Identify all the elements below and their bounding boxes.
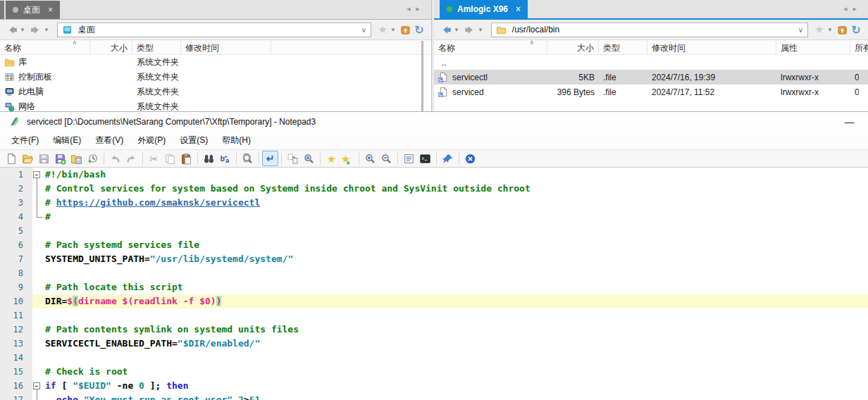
find-icon[interactable] bbox=[201, 151, 217, 166]
tab-scroll-arrows[interactable]: ◂▸ bbox=[843, 4, 862, 13]
editor-line-11[interactable]: 11 bbox=[0, 308, 868, 323]
refresh-icon[interactable]: ↻ bbox=[412, 23, 426, 37]
line-number: 9 bbox=[0, 280, 32, 294]
file-row-库[interactable]: 库系统文件夹 bbox=[0, 55, 431, 70]
editor-line-8[interactable]: 8 bbox=[0, 266, 868, 280]
column-header-name[interactable]: 名称∧ bbox=[0, 40, 90, 54]
menu-item[interactable]: 外观(P) bbox=[130, 132, 173, 149]
file-modified: 2024/7/16, 19:39 bbox=[647, 73, 776, 82]
word-wrap-icon[interactable]: ↵ bbox=[262, 151, 278, 166]
editor-line-12[interactable]: 12# Path contents symlink on systemd uni… bbox=[0, 323, 868, 337]
favorites-star-icon[interactable]: ★ bbox=[376, 23, 390, 36]
code-text: # https://github.com/smaknsk/servicectl bbox=[44, 196, 868, 210]
save-copy-icon[interactable] bbox=[68, 151, 85, 166]
column-header-owner[interactable]: 所有者 bbox=[850, 40, 868, 54]
back-button[interactable]: ▼ bbox=[439, 24, 461, 36]
tab-scroll-arrows[interactable]: ◂▸ bbox=[407, 4, 426, 13]
editor-line-17[interactable]: 17 echo "You must run as root user" 2>&1 bbox=[0, 393, 868, 400]
editor-line-4[interactable]: 4# bbox=[0, 210, 868, 224]
save-as-icon[interactable] bbox=[52, 151, 68, 166]
menu-item[interactable]: 查看(V) bbox=[88, 132, 130, 149]
address-dropdown-icon[interactable]: ∨ bbox=[361, 26, 369, 34]
editor-line-6[interactable]: 6# Pach systemd services file bbox=[0, 238, 868, 252]
menu-item[interactable]: 帮助(H) bbox=[215, 132, 258, 149]
menu-item[interactable]: 文件(F) bbox=[4, 132, 46, 149]
recent-files-icon[interactable] bbox=[85, 151, 101, 166]
editor-line-5[interactable]: 5 bbox=[0, 224, 868, 238]
menu-item[interactable]: 设置(S) bbox=[173, 132, 215, 149]
remote-tab-session[interactable]: Amlogic X96 × bbox=[440, 0, 528, 18]
toolbar-separator bbox=[281, 153, 282, 165]
add-favorite-icon[interactable]: ★+ bbox=[340, 151, 356, 166]
pin-icon[interactable] bbox=[440, 151, 456, 166]
forward-button[interactable]: ▼ bbox=[29, 24, 51, 36]
local-column-headers: 名称∧大小类型修改时间 bbox=[0, 40, 431, 55]
scrolled-tab-fragment[interactable] bbox=[0, 1, 4, 19]
open-file-icon[interactable] bbox=[20, 151, 36, 166]
menu-item[interactable]: 编辑(E) bbox=[46, 132, 88, 149]
document-settings-icon[interactable] bbox=[401, 151, 417, 166]
fold-marker-start-icon[interactable] bbox=[32, 379, 44, 393]
remote-address-bar[interactable]: /usr/local/bin ∨ bbox=[491, 23, 808, 37]
paste-icon[interactable] bbox=[178, 151, 194, 166]
copy-move-icon[interactable] bbox=[285, 151, 301, 166]
download-folder-icon[interactable] bbox=[835, 25, 849, 35]
local-tab-desktop[interactable]: 桌面 × bbox=[6, 1, 60, 19]
tab-close-icon[interactable]: × bbox=[516, 4, 521, 14]
back-button[interactable]: ▼ bbox=[5, 24, 27, 36]
tab-close-icon[interactable]: × bbox=[48, 5, 53, 15]
forward-button[interactable]: ▼ bbox=[463, 24, 485, 36]
editor-line-1[interactable]: 1#!/bin/bash bbox=[0, 168, 868, 182]
remote-address-text: /usr/local/bin bbox=[512, 25, 559, 35]
editor-line-15[interactable]: 15# Check is root bbox=[0, 365, 868, 379]
file-row-parent[interactable]: .. bbox=[434, 55, 868, 70]
replace-icon[interactable]: ba bbox=[217, 151, 233, 166]
file-row-servicectl[interactable]: servicectl5KB.file2024/7/16, 19:39lrwxrw… bbox=[434, 70, 868, 85]
notepad3-title-bar[interactable]: servicectl [D:\Documents\NetSarang Compu… bbox=[0, 112, 868, 132]
column-header-type[interactable]: 类型 bbox=[132, 40, 181, 54]
file-row-此电脑[interactable]: 此电脑系统文件夹 bbox=[0, 85, 431, 99]
download-folder-icon[interactable] bbox=[398, 25, 412, 35]
editor-line-10[interactable]: 10DIR=$(dirname $(readlink -f $0)) bbox=[0, 294, 868, 308]
editor-line-13[interactable]: 13SERVICECTL_ENABLED_PATH="$DIR/enabled/… bbox=[0, 337, 868, 351]
address-dropdown-icon[interactable]: ∨ bbox=[798, 26, 806, 34]
favorites-dropdown-icon[interactable]: ▼ bbox=[827, 27, 833, 33]
code-editor[interactable]: 1#!/bin/bash2# Control services for syst… bbox=[0, 168, 868, 400]
editor-line-7[interactable]: 7SYSTEMD_UNITS_PATH="/usr/lib/systemd/sy… bbox=[0, 252, 868, 266]
minimize-button[interactable]: — bbox=[838, 117, 861, 127]
undo-icon bbox=[107, 151, 123, 166]
zoom-out-icon[interactable] bbox=[378, 151, 395, 166]
remote-file-list: ..servicectl5KB.file2024/7/16, 19:39lrwx… bbox=[434, 55, 868, 99]
sort-ascending-icon: ∧ bbox=[72, 40, 77, 46]
editor-line-9[interactable]: 9# Path locate this script bbox=[0, 280, 868, 294]
find-word-icon[interactable] bbox=[240, 151, 256, 166]
zoom-fit-icon[interactable] bbox=[301, 151, 317, 166]
editor-line-16[interactable]: 16if [ "$EUID" -ne 0 ]; then bbox=[0, 379, 868, 393]
new-file-icon[interactable] bbox=[4, 151, 20, 166]
exit-icon[interactable] bbox=[462, 151, 478, 166]
column-header-attr[interactable]: 属性 bbox=[776, 40, 850, 54]
zoom-in-icon[interactable] bbox=[362, 151, 378, 166]
editor-line-2[interactable]: 2# Control services for system based on … bbox=[0, 182, 868, 196]
editor-line-14[interactable]: 14 bbox=[0, 351, 868, 365]
column-header-modified[interactable]: 修改时间 bbox=[181, 40, 271, 54]
local-scrollbar[interactable] bbox=[421, 41, 423, 111]
refresh-icon[interactable]: ↻ bbox=[849, 23, 863, 37]
fold-marker-start-icon[interactable] bbox=[32, 168, 44, 182]
column-header-size[interactable]: 大小 bbox=[547, 40, 599, 54]
column-header-modified[interactable]: 修改时间 bbox=[647, 40, 776, 54]
back-dropdown-icon: ▼ bbox=[20, 27, 25, 33]
favorites-star-icon[interactable]: ★ bbox=[812, 23, 826, 36]
editor-line-3[interactable]: 3# https://github.com/smaknsk/servicectl bbox=[0, 196, 868, 210]
file-row-控制面板[interactable]: 控制面板系统文件夹 bbox=[0, 70, 431, 85]
column-header-size[interactable]: 大小 bbox=[90, 40, 132, 54]
favorites-icon[interactable]: ★ bbox=[323, 151, 340, 166]
console-icon[interactable] bbox=[417, 151, 433, 166]
favorites-dropdown-icon[interactable]: ▼ bbox=[390, 27, 396, 33]
file-row-serviced[interactable]: serviced396 Bytes.file2024/7/17, 11:52lr… bbox=[434, 85, 868, 99]
column-header-type[interactable]: 类型 bbox=[599, 40, 647, 54]
cut-icon: ✂ bbox=[146, 151, 162, 166]
network-icon bbox=[4, 101, 15, 112]
column-header-name[interactable]: 名称∧ bbox=[434, 40, 547, 54]
local-address-bar[interactable]: 桌面 ∨ bbox=[57, 23, 371, 37]
